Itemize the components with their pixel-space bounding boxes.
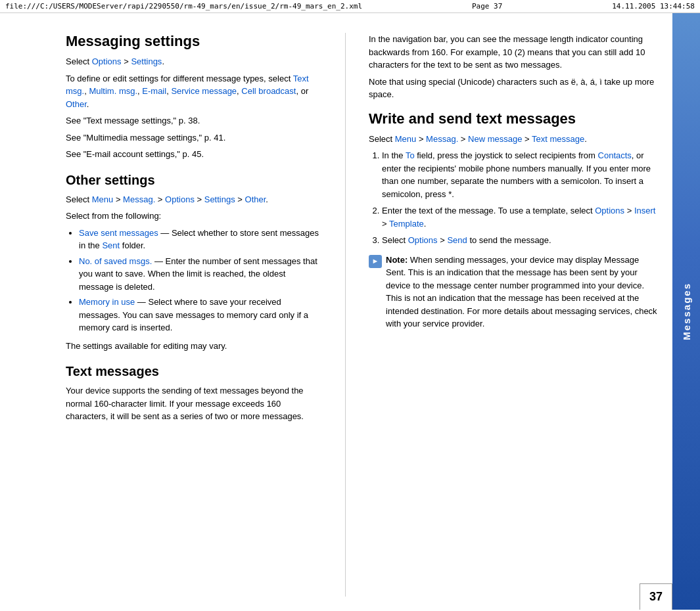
note-box: ► Note: When sending messages, your devi… [369,254,659,334]
note-text: Note: When sending messages, your device… [386,254,659,330]
other-settings-title: Other settings [66,173,322,188]
new-message-link[interactable]: New message [468,134,522,144]
email-link[interactable]: E-mail [142,86,166,96]
sidebar-messages-label: Messages [681,283,692,340]
content-area: Messaging settings Select Options > Sett… [0,13,672,610]
menu-link[interactable]: Menu [92,194,114,204]
step-1: In the To field, press the joystick to s… [382,149,659,200]
timestamp: 14.11.2005 13:44:58 [612,2,695,11]
save-sent-messages-link[interactable]: Save sent messages [79,228,158,238]
list-item-memory-in-use: Memory in use — Select where to save you… [79,296,322,334]
settings-available: The settings available for editing may v… [66,340,322,353]
memory-in-use-link[interactable]: Memory in use [79,297,135,307]
cell-broadcast-link[interactable]: Cell broadcast [241,86,296,96]
other-settings-select: Select Menu > Messag. > Options > Settin… [66,193,322,206]
messaging-settings-title: Messaging settings [66,33,322,50]
options-link2[interactable]: Options [165,194,195,204]
step-3: Select Options > Send to send the messag… [382,234,659,247]
send-link[interactable]: Send [447,235,467,245]
write-send-steps: In the To field, press the joystick to s… [382,149,659,247]
menu-link2[interactable]: Menu [395,134,417,144]
main-layout: Messaging settings Select Options > Sett… [0,13,700,610]
settings-link2[interactable]: Settings [204,194,235,204]
write-send-title: Write and send text messages [369,110,659,127]
note-bold: Note: [386,255,408,265]
step-2: Enter the text of the message. To use a … [382,204,659,230]
settings-link[interactable]: Settings [131,57,162,66]
template-link[interactable]: Template [389,219,424,229]
right-sidebar: Messages [672,13,700,610]
list-item-save-sent: Save sent messages — Select whether to s… [79,227,322,252]
sent-link[interactable]: Sent [102,240,120,250]
text-messages-title: Text messages [66,364,322,379]
text-message-link[interactable]: Text message [532,134,584,144]
messag-link[interactable]: Messag. [123,194,155,204]
contacts-link[interactable]: Contacts [598,150,632,160]
see-text-msg-settings: See "Text message settings," p. 38. [66,114,322,127]
write-send-select: Select Menu > Messag. > New message > Te… [369,133,659,146]
options-link3[interactable]: Options [595,206,624,215]
nav-bar-intro: In the navigation bar, you can see the m… [369,33,659,72]
options-link[interactable]: Options [92,57,122,66]
page-indicator: Page 37 [472,2,502,11]
left-column: Messaging settings Select Options > Sett… [66,33,322,597]
other-link2[interactable]: Other [245,194,266,204]
no-saved-msgs-link[interactable]: No. of saved msgs. [79,256,152,266]
messaging-settings-select: Select Options > Settings. [66,55,322,68]
messag-link2[interactable]: Messag. [426,134,458,144]
note-icon: ► [369,255,382,268]
other-link[interactable]: Other [66,99,87,109]
messaging-settings-para2: To define or edit settings for different… [66,72,322,111]
right-column: In the navigation bar, you can see the m… [369,33,659,597]
insert-link[interactable]: Insert [634,206,656,215]
filepath: file:///C:/USERS/MODEServer/rapi/2290550… [5,2,362,11]
multim-msg-link[interactable]: Multim. msg. [89,86,137,96]
page-number-box: 37 [640,583,672,610]
service-message-link[interactable]: Service message [171,86,237,96]
column-divider [345,33,346,597]
see-email-settings: See "E-mail account settings," p. 45. [66,148,322,161]
top-bar: file:///C:/USERS/MODEServer/rapi/2290550… [0,0,700,13]
options-link4[interactable]: Options [408,235,438,245]
other-settings-list: Save sent messages — Select whether to s… [79,227,322,334]
to-field-link[interactable]: To [406,150,415,160]
text-messages-para1: Your device supports the sending of text… [66,384,322,423]
list-item-no-saved-msgs: No. of saved msgs. — Enter the number of… [79,255,322,294]
unicode-note: Note that using special (Unicode) charac… [369,76,659,101]
see-multimedia-settings: See "Multimedia message settings," p. 41… [66,131,322,145]
select-from-following: Select from the following: [66,210,322,223]
